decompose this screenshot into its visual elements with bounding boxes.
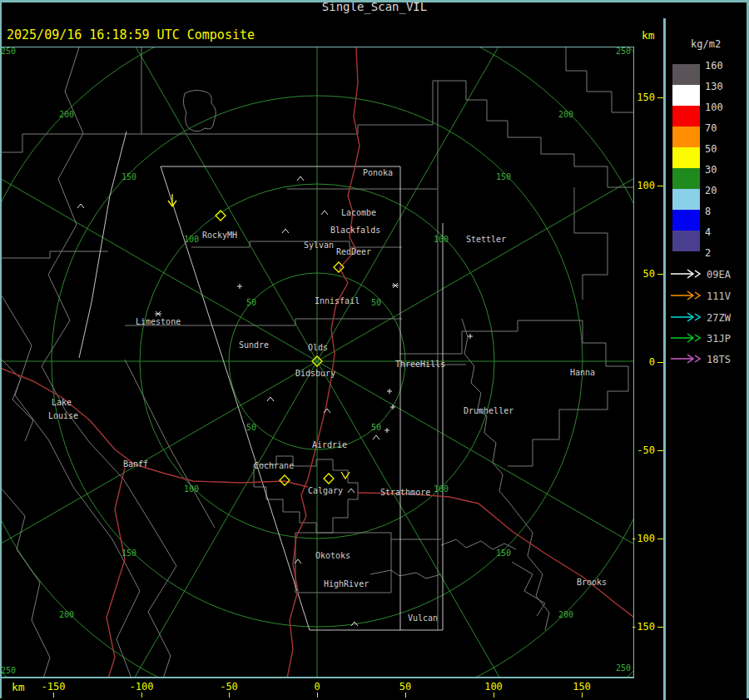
svg-text:150: 150 [496,549,511,558]
svg-text:50: 50 [371,298,381,307]
legend-swatch [672,64,700,85]
city-label: Hanna [570,368,595,377]
city-label: Sylvan [304,241,334,250]
legend-value: 130 [705,81,738,94]
city-label: Lacombe [341,208,376,217]
bottom-axis-tick-label: -100 [117,681,166,693]
right-axis-tick-label: -150 [630,621,655,633]
storm-diamond-icon [324,474,334,484]
city-label: Drumheller [464,406,513,415]
svg-text:200: 200 [558,110,573,119]
right-axis-tick-label: 0 [630,356,655,368]
city-label: Lake [52,398,72,407]
bottom-axis-tick-label: 150 [557,681,607,693]
right-axis-tick-label: 50 [630,268,655,280]
city-label: Olds [308,343,328,352]
city-label: RedDeer [336,247,371,256]
legend-value: 30 [705,164,738,177]
city-label: Stettler [466,235,506,244]
legend-swatch [672,127,700,147]
site-id-label: 09EA [707,269,731,280]
legend-value: 2 [705,247,738,261]
svg-text:50: 50 [246,423,256,432]
legend-value: 160 [705,60,738,73]
svg-text:200: 200 [59,610,74,619]
legend-value: 70 [705,122,738,136]
radial-grid [0,0,749,700]
city-label: Vulcan [408,613,438,623]
legend-swatch [672,210,700,231]
city-label: Blackfalds [330,226,380,235]
bottom-axis-unit-label: km [12,681,25,693]
legend-swatch [672,85,700,106]
legend-swatch [672,231,700,251]
right-axis-tick-label: 100 [630,180,655,191]
legend-swatch [672,168,700,189]
svg-text:100: 100 [184,235,199,244]
svg-text:100: 100 [434,235,449,244]
svg-text:200: 200 [558,610,573,619]
bottom-axis-tick-label: 0 [292,681,342,693]
city-label: Sundre [239,340,269,350]
svg-text:250: 250 [1,666,16,675]
legend-value: 50 [705,143,738,156]
town-markers [77,176,473,626]
legend-swatch [672,189,700,210]
right-axis-tick-label: -50 [630,444,655,456]
bottom-axis-tick-label: 50 [380,681,430,693]
site-id-label: 18TS [707,354,731,365]
svg-text:200: 200 [59,110,74,119]
site-arrow-icon [669,353,704,365]
city-label: Brooks [577,578,607,587]
asterisk-marker [155,311,161,316]
storm-diamond-icon [334,262,344,272]
svg-text:150: 150 [122,172,136,181]
site-arrow-icon [669,290,704,301]
site-arrow-icon [669,332,704,344]
svg-text:250: 250 [1,47,16,56]
svg-text:150: 150 [122,549,136,558]
legend-value: 100 [705,102,738,115]
svg-text:50: 50 [246,298,256,307]
svg-text:150: 150 [496,172,511,181]
svg-text:100: 100 [434,484,449,494]
svg-text:250: 250 [616,663,631,673]
city-label: Calgary [308,486,343,495]
asterisk-marker [392,283,399,288]
right-axis-tick-label: -100 [630,533,655,544]
site-id-label: 27ZW [707,312,731,324]
city-label: HighRiver [324,579,369,588]
svg-text:50: 50 [371,423,381,432]
city-label: Airdrie [312,440,347,449]
city-label: Ponoka [363,168,393,177]
city-label: ThreeHills [395,360,445,369]
legend-unit-label: kg/m2 [691,38,721,50]
city-label: RockyMH [202,231,237,240]
map-canvas: 50 50 50 50 100 100 100 100 150 150 150 … [0,0,749,700]
storm-diamond-icon [280,475,290,485]
legend-value: 20 [705,185,738,198]
city-label: Louise [48,411,78,420]
city-label: Cochrane [254,461,294,470]
radar-app-window: Single_Scan_VIL 2025/09/16 16:18:59 UTC … [0,0,749,700]
right-axis-tick-label: 150 [630,92,655,103]
city-label: Limestone [136,317,181,326]
city-label: Okotoks [315,551,350,560]
bottom-axis-tick-label: 100 [469,681,518,693]
legend-value: 8 [705,206,738,219]
legend-swatch [672,147,700,168]
site-arrow-icon [669,268,704,280]
city-label: Innisfail [315,296,360,305]
bottom-axis-tick-label: -150 [28,681,78,693]
city-label: Didsbury [295,369,335,378]
svg-text:250: 250 [616,47,631,56]
city-label: Strathmore [380,488,430,497]
svg-text:100: 100 [184,484,199,494]
site-id-label: 111V [707,290,731,302]
legend-value: 4 [705,226,738,240]
down-arrow-icon [168,194,176,206]
legend-swatch [672,106,700,127]
site-id-label: 31JP [707,333,731,345]
range-rings [0,0,749,700]
site-arrow-icon [669,311,704,323]
